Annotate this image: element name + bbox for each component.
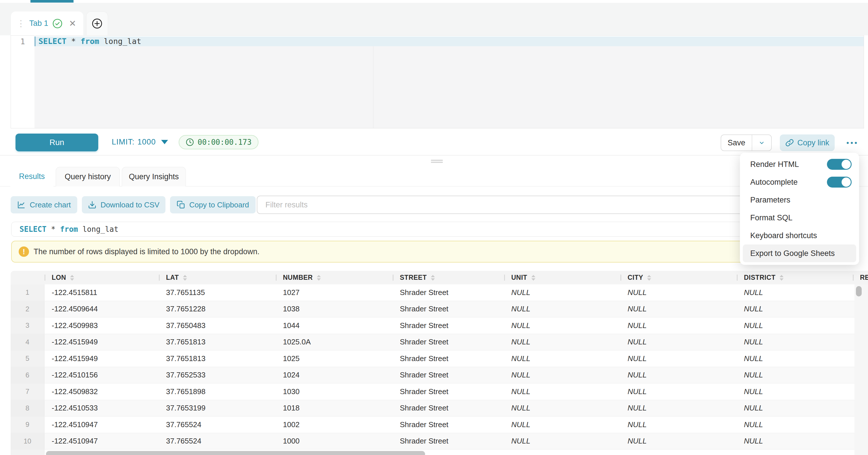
sql-text: * <box>46 225 60 234</box>
close-tab-icon[interactable]: ✕ <box>69 19 76 28</box>
limit-label: LIMIT: <box>112 138 135 147</box>
table-cell: Shrader Street <box>393 433 504 450</box>
toggle-knob <box>842 178 851 187</box>
row-number: 6 <box>11 367 44 384</box>
sort-arrows-icon <box>70 275 74 281</box>
menu-item-autocomplete[interactable]: Autocomplete <box>740 173 859 191</box>
save-options-button[interactable] <box>752 135 771 151</box>
copy-to-clipboard-button[interactable]: Copy to Clipboard <box>170 196 256 213</box>
download-icon <box>88 201 96 209</box>
table-cell: 37.7651135 <box>159 284 276 301</box>
table-cell: 37.7650483 <box>159 317 276 334</box>
row-number: 4 <box>11 334 44 351</box>
warning-icon: ! <box>19 246 29 257</box>
grid-header-lat[interactable]: LAT <box>159 271 276 284</box>
menu-item-keyboard-shortcuts[interactable]: Keyboard shortcuts <box>740 226 859 244</box>
table-cell: -122.4510947 <box>44 433 159 450</box>
table-cell: Shrader Street <box>393 317 504 334</box>
grid-header-re[interactable]: RE <box>853 271 868 284</box>
table-row[interactable]: 8-122.451053337.76531991018Shrader Stree… <box>11 400 855 417</box>
execution-timer-badge: 00:00:00.173 <box>179 135 258 149</box>
menu-item-parameters[interactable]: Parameters <box>740 191 859 209</box>
more-options-menu: Render HTMLAutocompleteParametersFormat … <box>740 153 859 265</box>
table-cell: 1018 <box>276 400 393 417</box>
row-number: 9 <box>11 417 44 433</box>
editor-active-line[interactable]: SELECT * from long_lat <box>34 36 864 46</box>
horizontal-scrollbar[interactable] <box>46 451 425 455</box>
sort-arrows-icon <box>183 275 187 281</box>
table-cell: 37.765524 <box>159 433 276 450</box>
tab-query-history[interactable]: Query history <box>56 167 120 186</box>
table-cell: NULL <box>620 367 737 384</box>
table-cell: NULL <box>737 400 853 417</box>
download-csv-button[interactable]: Download to CSV <box>82 196 165 213</box>
table-cell: 37.7651813 <box>159 334 276 351</box>
tab-query-insights[interactable]: Query Insights <box>122 167 186 186</box>
row-number: 10 <box>11 433 44 450</box>
line-number: 1 <box>11 37 34 46</box>
table-row[interactable]: 9-122.451094737.7655241002Shrader Street… <box>11 417 855 433</box>
table-cell: 1044 <box>276 317 393 334</box>
table-cell: NULL <box>504 400 620 417</box>
table-row[interactable]: 3-122.450998337.76504831044Shrader Stree… <box>11 317 855 334</box>
tab-label: Tab 1 <box>29 19 48 28</box>
tab-results[interactable]: Results <box>10 166 54 186</box>
column-divider <box>504 275 505 281</box>
tab-item-tab1[interactable]: ⋮ Tab 1 ✕ <box>11 11 83 35</box>
table-row[interactable]: 7-122.450983237.76518981030Shrader Stree… <box>11 384 855 400</box>
pane-splitter-handle[interactable] <box>431 160 443 163</box>
menu-item-render-html[interactable]: Render HTML <box>740 155 859 173</box>
table-row[interactable]: 10-122.451094737.7655241000Shrader Stree… <box>11 433 855 450</box>
table-cell: 1025 <box>276 351 393 367</box>
table-cell: -122.4509644 <box>44 301 159 317</box>
column-label: RE <box>860 274 868 281</box>
table-cell: NULL <box>620 417 737 433</box>
table-cell: Shrader Street <box>393 417 504 433</box>
column-label: LON <box>52 274 66 281</box>
menu-item-export-to-google-sheets[interactable]: Export to Google Sheets <box>743 244 856 262</box>
sql-editor[interactable]: 1 SELECT * from long_lat <box>11 35 864 128</box>
table-row[interactable]: 2-122.450964437.76512281038Shrader Stree… <box>11 301 855 318</box>
table-cell: NULL <box>737 351 853 367</box>
grid-header-lon[interactable]: LON <box>44 271 159 284</box>
table-cell: -122.4515949 <box>44 334 159 351</box>
table-cell: NULL <box>620 334 737 351</box>
table-cell: NULL <box>620 284 737 301</box>
save-button[interactable]: Save <box>721 135 752 151</box>
table-cell: NULL <box>504 417 620 433</box>
column-divider <box>853 275 854 281</box>
table-cell: Shrader Street <box>393 351 504 367</box>
copy-to-clipboard-label: Copy to Clipboard <box>189 201 249 209</box>
run-button[interactable]: Run <box>16 133 98 151</box>
toggle-switch-on[interactable] <box>827 177 851 188</box>
table-cell: NULL <box>737 334 853 351</box>
menu-item-format-sql[interactable]: Format SQL <box>740 209 859 226</box>
grid-header-city[interactable]: CITY <box>620 271 737 284</box>
copy-link-button[interactable]: Copy link <box>780 134 835 151</box>
editor-empty-area[interactable] <box>34 46 864 128</box>
grid-header-unit[interactable]: UNIT <box>504 271 620 284</box>
grid-header-street[interactable]: STREET <box>393 271 504 284</box>
create-chart-button[interactable]: Create chart <box>11 196 77 213</box>
save-split-button: Save <box>721 134 772 151</box>
table-row[interactable]: 4-122.451594937.76518131025.0AShrader St… <box>11 334 855 351</box>
toggle-switch-on[interactable] <box>827 159 851 170</box>
table-row[interactable]: 1-122.451581137.76511351027Shrader Stree… <box>11 284 855 301</box>
table-row[interactable]: 5-122.451594937.76518131025Shrader Stree… <box>11 351 855 367</box>
table-cell: NULL <box>737 317 853 334</box>
grid-header-row: LONLATNUMBERSTREETUNITCITYDISTRICTRE <box>11 271 868 284</box>
more-options-button[interactable]: ••• <box>843 134 862 151</box>
editor-code-line[interactable]: SELECT * from long_lat <box>38 37 141 46</box>
vertical-scrollbar[interactable] <box>856 286 862 297</box>
grid-scroll-gutter <box>855 284 868 455</box>
grid-header-district[interactable]: DISTRICT <box>737 271 853 284</box>
grid-header-number[interactable]: NUMBER <box>276 271 393 284</box>
add-tab-button[interactable] <box>86 11 108 35</box>
column-label: DISTRICT <box>744 274 776 281</box>
column-label: STREET <box>400 274 427 281</box>
table-cell: NULL <box>737 417 853 433</box>
column-divider <box>44 275 45 281</box>
limit-dropdown[interactable]: LIMIT: 1000 <box>112 128 168 155</box>
table-row[interactable]: 6-122.451015637.76525331024Shrader Stree… <box>11 367 855 384</box>
sql-text: long_lat <box>78 225 119 234</box>
